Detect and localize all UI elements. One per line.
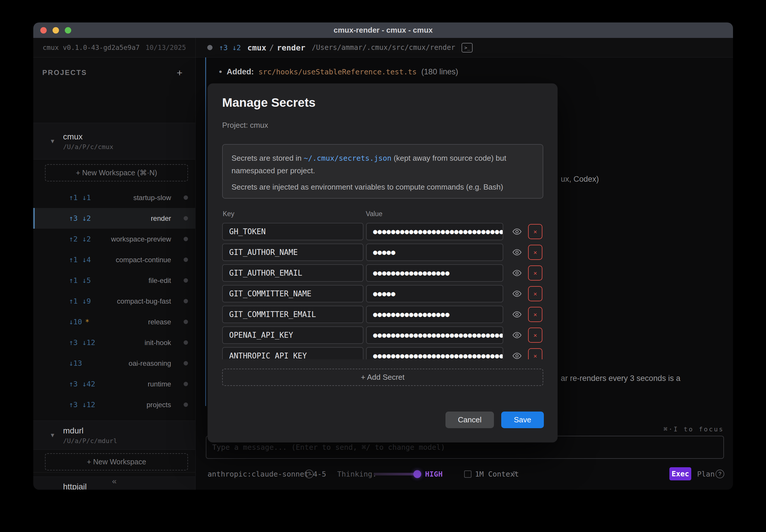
build-date: 10/13/2025 [146,44,186,51]
workspace-status-dot [183,403,188,407]
add-project-button[interactable]: + [176,67,182,78]
remove-secret-button[interactable]: ✕ [528,245,542,260]
key-column-header: Key [223,210,235,218]
close-window-button[interactable] [40,27,47,34]
reveal-value-eye-icon[interactable] [512,268,522,278]
secret-value-input[interactable]: ●●●●●●●●●●●●●●●●●●●●●●●●●●●●●● [366,223,503,240]
value-column-header: Value [366,210,382,218]
secret-value-input[interactable]: ●●●●●●●●●●●●●●●●●●●●●●●●●●●●●● [366,347,503,359]
project-item-cmux[interactable]: ▼ cmux /U/a/P/c/cmux [33,123,195,160]
cancel-button[interactable]: Cancel [445,412,494,428]
workspace-list: ↑1 ↓1 startup-slow ↑3 ↓2 render ↑2 ↓2 wo… [33,187,195,415]
dialog-project-line: Project: cmux [222,121,268,130]
plan-mode-button[interactable]: Plan [697,464,715,484]
secret-value-input[interactable]: ●●●●●●●●●●●●●●●●● [366,264,503,282]
secret-row-anthropic-api-key: ANTHROPIC_API_KEY ●●●●●●●●●●●●●●●●●●●●●●… [222,347,544,359]
workspace-status-dot [183,258,188,262]
manage-secrets-dialog: Manage Secrets Project: cmux Secrets are… [208,83,557,442]
chat-text-fragment: ar re-renders every 3 seconds is a [561,374,681,383]
message-placeholder: Type a message... (Enter to send, ⌘/ to … [212,443,445,451]
terminal-icon[interactable]: >_ [461,43,473,53]
zoom-window-button[interactable] [65,27,71,34]
chevron-down-icon[interactable]: ▼ [50,138,57,145]
reveal-value-eye-icon[interactable] [512,351,522,359]
secret-row-openai-api-key: OPENAI_API_KEY ●●●●●●●●●●●●●●●●●●●●●●●●●… [222,326,544,344]
workspace-status-dot [183,382,188,386]
remove-secret-button[interactable]: ✕ [528,307,542,322]
reveal-value-eye-icon[interactable] [512,289,522,298]
workspace-status-dot [183,340,188,345]
remove-secret-button[interactable]: ✕ [528,328,542,343]
secret-key-input[interactable]: GIT_COMMITTER_EMAIL [222,306,363,323]
workspace-item-release[interactable]: ↓10 * release [33,311,195,332]
thinking-slider-thumb[interactable] [413,470,421,478]
sidebar-footer: « [33,472,195,490]
secrets-file-path: ~/.cmux/secrets.json [304,154,391,162]
chat-added-line: • Added: src/hooks/useStableReference.te… [219,67,458,77]
workspace-item-projects[interactable]: ↑3 ↓12 projects [33,394,195,415]
secret-row-gh-token: GH_TOKEN ●●●●●●●●●●●●●●●●●●●●●●●●●●●●●● … [222,223,544,240]
secret-value-input[interactable]: ●●●●● [366,244,503,261]
model-help-icon[interactable]: ? [305,470,314,478]
project-path: /U/a/P/c/cmux [63,143,113,151]
reveal-value-eye-icon[interactable] [512,310,522,319]
remove-secret-button[interactable]: ✕ [528,286,542,301]
secret-value-input[interactable]: ●●●●●●●●●●●●●●●●● [366,306,503,323]
secret-key-input[interactable]: GH_TOKEN [222,223,363,240]
window-title: cmux-render - cmux - cmux [334,26,433,35]
workspace-item-startup-slow[interactable]: ↑1 ↓1 startup-slow [33,187,195,208]
remove-secret-button[interactable]: ✕ [528,224,542,239]
workspace-status-dot [183,195,188,200]
workspace-item-init-hook[interactable]: ↑3 ↓12 init-hook [33,332,195,353]
projects-header: PROJECTS + [33,57,195,88]
secret-value-input[interactable]: ●●●●●●●●●●●●●●●●●●●●●●●●●●●●●● [366,326,503,344]
secret-key-input[interactable]: OPENAI_API_KEY [222,326,363,344]
secret-value-input[interactable]: ●●●●● [366,285,503,302]
mode-info-icon[interactable]: ? [716,470,724,478]
secret-key-input[interactable]: ANTHROPIC_API_KEY [222,347,363,359]
status-bar: anthropic:claude-sonnet-4-5 ? Thinking: … [196,464,733,484]
workspace-status-dot [183,216,188,221]
workspace-status-dot [183,278,188,283]
workspace-status-dot [183,237,188,241]
collapse-sidebar-icon[interactable]: « [112,477,117,486]
info-line-2: Secrets are injected as environment vari… [232,181,534,193]
reveal-value-eye-icon[interactable] [512,330,522,340]
chevron-down-icon[interactable]: ▼ [50,432,57,439]
workspace-item-file-edit[interactable]: ↑1 ↓5 file-edit [33,270,195,291]
new-workspace-button[interactable]: + New Workspace [45,453,188,470]
thinking-level-badge: HIGH [425,464,442,484]
workspace-item-compact-bug-fast[interactable]: ↑1 ↓9 compact-bug-fast [33,291,195,311]
minimize-window-button[interactable] [53,27,59,34]
secret-key-input[interactable]: GIT_AUTHOR_NAME [222,244,363,261]
workspace-item-compact-continue[interactable]: ↑1 ↓4 compact-continue [33,249,195,270]
secret-row-git-committer-email: GIT_COMMITTER_EMAIL ●●●●●●●●●●●●●●●●● ✕ [222,306,544,323]
stream-indicator-line [205,57,206,406]
secret-row-git-committer-name: GIT_COMMITTER_NAME ●●●●● ✕ [222,285,544,302]
context-1m-checkbox[interactable] [464,470,471,478]
save-button[interactable]: Save [501,412,544,428]
workspace-item-workspace-preview[interactable]: ↑2 ↓2 workspace-preview [33,229,195,249]
reveal-value-eye-icon[interactable] [512,227,522,236]
secret-key-input[interactable]: GIT_COMMITTER_NAME [222,285,363,302]
top-header: cmux v0.1.0-43-gd2a5e9a7 10/13/2025 ↑3 ↓… [33,38,733,57]
workspace-status-dot [183,299,188,303]
workspace-item-runtime[interactable]: ↑3 ↓42 runtime [33,374,195,394]
app-window: • Added: src/hooks/useStableReference.ts… [33,22,733,490]
context-help-icon[interactable]: ? [512,464,516,484]
remove-secret-button[interactable]: ✕ [528,265,542,281]
focus-shortcut-hint: ⌘·I to focus [664,426,724,433]
remove-secret-button[interactable]: ✕ [528,348,542,359]
secret-key-input[interactable]: GIT_AUTHOR_EMAIL [222,264,363,282]
workspace-item-oai-reasoning[interactable]: ↓13 oai-reasoning [33,353,195,374]
dirty-indicator: * [85,318,89,326]
workspace-item-render[interactable]: ↑3 ↓2 render [33,208,195,229]
reveal-value-eye-icon[interactable] [512,248,522,257]
bullet-icon: • [219,67,222,77]
exec-mode-button[interactable]: Exec [669,467,691,480]
project-item-mdurl[interactable]: ▼ mdurl /U/a/P/c/mdurl [33,421,195,450]
add-secret-button[interactable]: + Add Secret [222,369,543,386]
workspace-status-dot [183,361,188,365]
new-workspace-button[interactable]: + New Workspace (⌘·N) [45,164,188,181]
session-status-dot [207,45,213,50]
